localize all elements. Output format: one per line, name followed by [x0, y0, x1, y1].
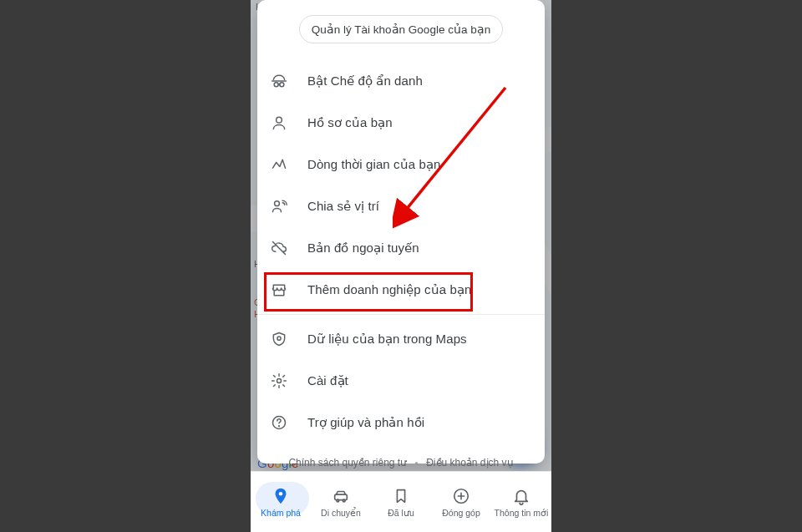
terms-link[interactable]: Điều khoản dịch vụ	[426, 457, 513, 469]
svg-point-12	[337, 499, 339, 502]
stage: Hư Hư Gr Ho ba Khu Bắc Ninh Nguyễn Văn C…	[0, 0, 802, 532]
nav-contribute[interactable]: Đóng góp	[432, 487, 490, 518]
svg-point-3	[275, 201, 280, 206]
location-share-icon	[269, 196, 289, 216]
car-icon	[332, 487, 350, 505]
menu-item-label: Bật Chế độ ẩn danh	[307, 73, 423, 89]
manage-account-row: Quản lý Tài khoản Google của bạn	[257, 0, 545, 57]
privacy-link[interactable]: Chính sách quyền riêng tư	[288, 457, 407, 469]
svg-point-5	[277, 337, 281, 340]
person-icon	[269, 113, 289, 133]
gear-icon	[269, 371, 289, 391]
svg-point-8	[279, 426, 280, 427]
nav-label: Đã lưu	[388, 508, 414, 518]
menu-item-label: Cài đặt	[307, 373, 348, 388]
menu-item-your-data[interactable]: Dữ liệu của bạn trong Maps	[257, 318, 545, 360]
menu-item-label: Dữ liệu của bạn trong Maps	[307, 332, 467, 347]
incognito-icon	[269, 71, 289, 91]
menu-item-label: Trợ giúp và phản hồi	[307, 415, 424, 430]
nav-label: Thông tin mới	[495, 508, 549, 518]
svg-point-2	[277, 117, 282, 123]
manage-account-label: Quản lý Tài khoản Google của bạn	[312, 23, 490, 36]
nav-label: Đóng góp	[442, 508, 480, 518]
help-icon	[269, 413, 289, 433]
svg-rect-11	[335, 494, 348, 499]
menu-item-location-sharing[interactable]: Chia sẻ vị trí	[257, 185, 545, 227]
nav-label: Khám phá	[261, 508, 301, 518]
dot-separator	[415, 462, 418, 464]
bell-icon	[512, 487, 530, 505]
svg-point-6	[277, 379, 282, 383]
divider	[257, 314, 545, 315]
menu-item-profile[interactable]: Hồ sơ của bạn	[257, 102, 545, 144]
svg-line-4	[273, 242, 286, 255]
bookmark-icon	[392, 487, 410, 505]
menu-item-label: Bản đồ ngoại tuyến	[307, 241, 419, 256]
phone-frame: Hư Hư Gr Ho ba Khu Bắc Ninh Nguyễn Văn C…	[251, 0, 551, 532]
svg-point-10	[279, 491, 283, 495]
svg-point-1	[280, 83, 284, 87]
manage-account-button[interactable]: Quản lý Tài khoản Google của bạn	[299, 15, 503, 43]
menu-item-incognito[interactable]: Bật Chế độ ẩn danh	[257, 60, 545, 102]
nav-updates[interactable]: Thông tin mới	[492, 487, 551, 518]
storefront-icon	[269, 280, 289, 300]
menu-list: Bật Chế độ ẩn danh Hồ sơ của bạn Dòng th…	[257, 57, 545, 443]
menu-item-label: Hồ sơ của bạn	[307, 115, 393, 130]
menu-item-timeline[interactable]: Dòng thời gian của bạn	[257, 144, 545, 185]
menu-item-label: Chia sẻ vị trí	[307, 199, 379, 214]
timeline-icon	[269, 155, 289, 175]
nav-go[interactable]: Di chuyển	[312, 487, 370, 518]
menu-item-offline-maps[interactable]: Bản đồ ngoại tuyến	[257, 227, 545, 269]
plus-circle-icon	[452, 487, 470, 505]
svg-point-0	[274, 83, 278, 87]
menu-item-settings[interactable]: Cài đặt	[257, 360, 545, 402]
pin-icon	[272, 487, 290, 505]
svg-point-13	[343, 499, 345, 502]
nav-saved[interactable]: Đã lưu	[372, 487, 430, 518]
menu-item-add-business[interactable]: Thêm doanh nghiệp của bạn	[257, 269, 545, 311]
menu-item-label: Dòng thời gian của bạn	[307, 157, 440, 172]
nav-label: Di chuyển	[321, 508, 361, 518]
menu-item-help[interactable]: Trợ giúp và phản hồi	[257, 402, 545, 443]
bottom-nav: Khám phá Di chuyển Đã lưu Đóng góp Thông…	[251, 471, 551, 532]
menu-item-label: Thêm doanh nghiệp của bạn	[307, 282, 471, 297]
offline-icon	[269, 238, 289, 258]
nav-explore[interactable]: Khám phá	[251, 487, 310, 518]
account-menu-card: Quản lý Tài khoản Google của bạn Bật Chế…	[257, 0, 545, 464]
shield-icon	[269, 329, 289, 349]
